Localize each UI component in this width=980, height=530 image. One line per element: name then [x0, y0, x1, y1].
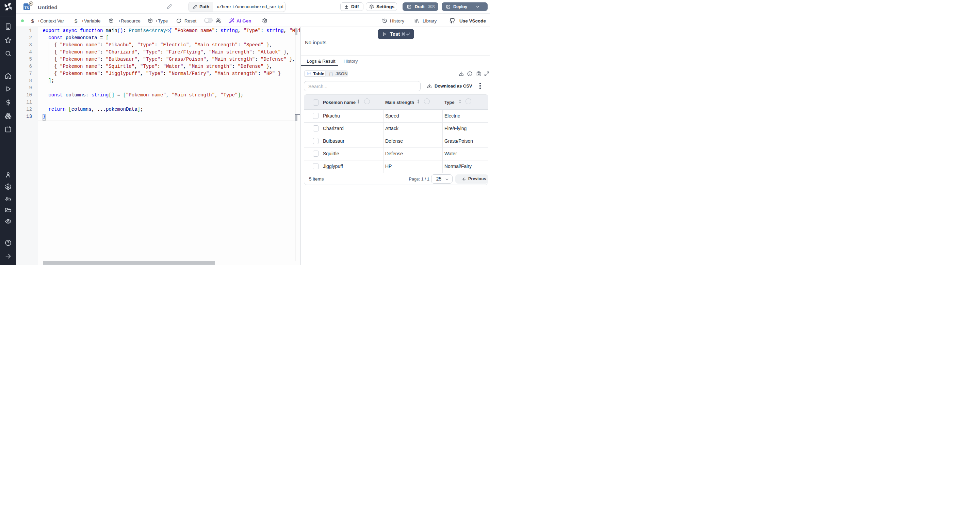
svg-text:TS: TS [24, 6, 29, 10]
